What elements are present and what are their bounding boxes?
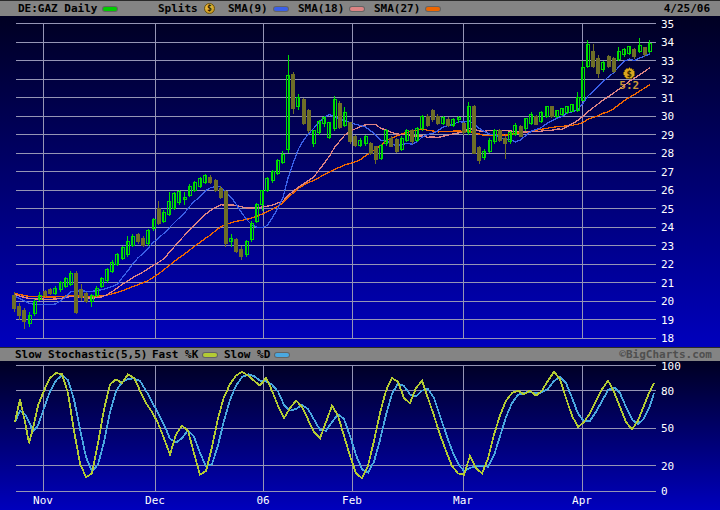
svg-text:26: 26 — [661, 184, 674, 197]
copyright: ©BigCharts.com — [619, 348, 712, 361]
sma9-label: SMA(9) — [228, 2, 268, 15]
chart-title-bar: DE:GAZ Daily Splits $ SMA(9) SMA(18) SMA… — [0, 0, 720, 16]
fast-k-swatch — [203, 353, 217, 357]
splits-coin-icon: $ — [204, 3, 215, 14]
splits-label: Splits — [158, 2, 198, 15]
svg-text:35: 35 — [661, 18, 674, 31]
slow-d-swatch — [275, 353, 289, 357]
price-chart: 353433323130292827262524232221201918$5:2 — [0, 16, 720, 347]
svg-text:Dec: Dec — [145, 494, 165, 507]
sma27-label: SMA(27) — [374, 2, 420, 15]
svg-text:80: 80 — [661, 385, 674, 398]
sma27-swatch — [426, 7, 440, 11]
svg-text:27: 27 — [661, 166, 674, 179]
svg-text:Nov: Nov — [33, 494, 53, 507]
svg-text:19: 19 — [661, 314, 674, 327]
svg-text:25: 25 — [661, 203, 674, 216]
fast-k-label: Fast %K — [152, 348, 198, 361]
price-panel: 353433323130292827262524232221201918$5:2 — [0, 16, 720, 347]
svg-text:34: 34 — [661, 36, 675, 49]
svg-text:100: 100 — [661, 361, 681, 373]
svg-text:28: 28 — [661, 147, 674, 160]
sma9-swatch — [274, 7, 288, 11]
stochastic-title: Slow Stochastic(5,5) — [15, 348, 147, 361]
svg-text:29: 29 — [661, 129, 674, 142]
svg-text:Apr: Apr — [572, 494, 592, 507]
sma18-label: SMA(18) — [298, 2, 344, 15]
svg-text:5:2: 5:2 — [619, 79, 639, 92]
svg-text:31: 31 — [661, 92, 674, 105]
svg-text:20: 20 — [661, 460, 674, 473]
svg-text:Feb: Feb — [342, 494, 362, 507]
svg-text:30: 30 — [661, 110, 674, 123]
svg-text:0: 0 — [661, 485, 668, 498]
svg-text:50: 50 — [661, 422, 674, 435]
price-series-swatch — [103, 7, 117, 11]
svg-text:18: 18 — [661, 332, 674, 345]
slow-d-label: Slow %D — [224, 348, 270, 361]
svg-text:32: 32 — [661, 73, 674, 86]
svg-text:23: 23 — [661, 240, 674, 253]
indicator-title-bar: Slow Stochastic(5,5) Fast %K Slow %D ©Bi… — [0, 347, 720, 361]
svg-text:$: $ — [627, 69, 632, 79]
svg-text:22: 22 — [661, 258, 674, 271]
symbol-title: DE:GAZ Daily — [18, 2, 97, 15]
sma18-swatch — [350, 7, 364, 11]
svg-text:Mar: Mar — [453, 494, 473, 507]
svg-text:06: 06 — [256, 494, 269, 507]
stochastic-chart: 1008050200NovDec06FebMarApr — [0, 361, 720, 510]
bigcharts-screenshot: DE:GAZ Daily Splits $ SMA(9) SMA(18) SMA… — [0, 0, 720, 510]
svg-text:24: 24 — [661, 221, 675, 234]
svg-text:21: 21 — [661, 277, 674, 290]
stochastic-panel: 1008050200NovDec06FebMarApr — [0, 361, 720, 510]
chart-date: 4/25/06 — [664, 2, 710, 15]
svg-text:20: 20 — [661, 295, 674, 308]
svg-text:33: 33 — [661, 55, 674, 68]
